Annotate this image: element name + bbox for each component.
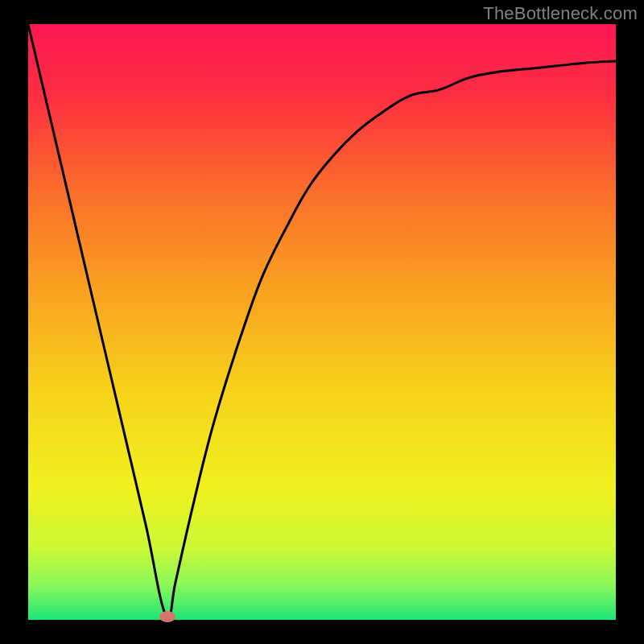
bottleneck-chart xyxy=(0,0,644,644)
chart-frame: TheBottleneck.com xyxy=(0,0,644,644)
plot-background xyxy=(28,24,616,620)
attribution-label: TheBottleneck.com xyxy=(483,3,638,24)
minimum-marker xyxy=(159,611,175,622)
